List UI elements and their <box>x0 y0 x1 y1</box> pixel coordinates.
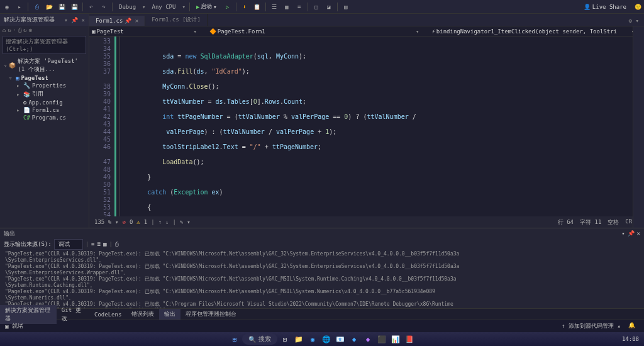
col-indicator[interactable]: 字符 11 <box>580 218 601 226</box>
config-dropdown[interactable]: Debug <box>116 3 138 11</box>
sync-icon[interactable]: ↻ <box>8 27 11 33</box>
toggle-icon[interactable]: ≣ <box>97 241 101 247</box>
tool-icon-2[interactable]: ☰ <box>270 3 279 11</box>
feedback-icon[interactable]: 🙂 <box>635 4 641 10</box>
platform-dropdown[interactable]: Any CPU <box>150 3 179 11</box>
tool-icon-4[interactable]: ≡ <box>295 3 304 11</box>
tab-output[interactable]: 输出 <box>159 309 180 320</box>
output-source-label: 显示输出来源(S): <box>4 240 52 248</box>
app-icon[interactable]: 📊 <box>389 333 402 345</box>
taskbar-search[interactable]: 🔍 搜索 <box>242 333 277 345</box>
start-button[interactable]: ⊞ <box>228 333 241 345</box>
ready-label: 就绪 <box>8 322 27 330</box>
tab-form1-design[interactable]: Form1.cs [设计] <box>145 14 208 26</box>
source-control-button[interactable]: ↑ 添加到源代码管理 ▴ <box>558 322 625 330</box>
solution-search-input[interactable]: 搜索解决方案资源管理器(Ctrl+;) <box>3 36 86 54</box>
clear-icon[interactable]: ≡ <box>91 241 94 247</box>
pin-icon[interactable]: 📌 <box>628 230 635 237</box>
editor-area: Form1.cs 📌 ✕ Form1.cs [设计] ⚙ ▾ ▣ PageTes… <box>89 14 644 228</box>
output-title: 输出 <box>4 230 15 238</box>
warning-icon[interactable]: ⚠ <box>136 219 140 225</box>
solution-root[interactable]: ▿📦 解决方案 'PageTest' (1 个项目... <box>1 57 87 74</box>
windows-taskbar: ⊞ 🔍 搜索 ⊡ 📁 ◉ 🌐 📧 ◆ ◆ ⬛ 📊 📕 14:08 <box>0 332 644 346</box>
pin-icon[interactable]: ▾ 📌 ✕ <box>64 17 85 23</box>
notification-icon[interactable]: 🔔 <box>625 322 639 330</box>
tool-icon-6[interactable]: ◪ <box>325 3 333 11</box>
edge-icon[interactable]: ◉ <box>306 333 319 345</box>
solution-header: 解决方案资源管理器 ▾ 📌 ✕ <box>0 14 89 26</box>
solution-explorer: 解决方案资源管理器 ▾ 📌 ✕ ⌂ ↻ · ⎙ ↻ ⚙ 搜索解决方案资源管理器(… <box>0 14 89 228</box>
appconfig-node[interactable]: ⚙ App.config <box>1 99 87 106</box>
save-all-icon[interactable]: 💾 <box>70 3 79 11</box>
refresh-icon[interactable]: ↻ <box>23 27 26 33</box>
arrow-down-icon[interactable]: ↓ <box>165 219 169 225</box>
bottom-tabs: 解决方案资源管理器 Git 更改 CodeLens 错误列表 输出 程序包管理器… <box>0 308 644 320</box>
tab-error-list[interactable]: 错误列表 <box>126 309 159 320</box>
start-button[interactable]: ▶ 启动 ▾ <box>194 2 219 11</box>
nav-class[interactable]: 🔶 PageTest.Form1▾ <box>209 28 419 35</box>
tool-icon[interactable]: ▦ <box>103 241 106 247</box>
nav-method[interactable]: ⚡ bindingNavigator1_ItemClicked(object s… <box>431 28 641 35</box>
vs-statusbar: ▣ 就绪 ↑ 添加到源代码管理 ▴ 🔔 <box>0 320 644 332</box>
project-node[interactable]: ▿▣ PageTest <box>1 74 87 82</box>
main-toolbar: ◉ ▸ ⎙ 📂 💾 💾 ↶ ↷ Debug ▾ Any CPU ▾ ▶ 启动 ▾… <box>0 0 644 14</box>
tab-git-changes[interactable]: Git 更改 <box>57 305 89 324</box>
vs-icon[interactable]: ◆ <box>362 333 374 345</box>
app-icon[interactable]: ⬛ <box>375 333 388 345</box>
nav-back-icon[interactable]: ◉ <box>3 3 11 11</box>
code-editor[interactable]: sda = new SqlDataAdapter(sql, MyConn); s… <box>114 36 644 216</box>
nav-project[interactable]: ▣ PageTest▾ <box>92 28 197 35</box>
close-icon[interactable]: 📌 ✕ <box>125 18 138 24</box>
redo-icon[interactable]: ↷ <box>99 3 108 11</box>
app-icon[interactable]: 📕 <box>403 333 416 345</box>
chrome-icon[interactable]: 🌐 <box>320 333 333 345</box>
editor-tabs: Form1.cs 📌 ✕ Form1.cs [设计] ⚙ ▾ <box>89 14 644 26</box>
output-body[interactable]: "PageTest.exe"(CLR v4.0.30319: PageTest.… <box>0 250 644 308</box>
tool-icon-7[interactable]: ▤ <box>341 3 350 11</box>
home-icon[interactable]: ⌂ <box>3 27 6 33</box>
tab-codelens[interactable]: CodeLens <box>89 310 126 319</box>
open-icon[interactable]: 📂 <box>45 3 53 11</box>
zoom-level[interactable]: 135 % <box>94 219 111 225</box>
line-indicator[interactable]: 行 64 <box>558 218 574 226</box>
nav-bar: ▣ PageTest▾ 🔶 PageTest.Form1▾ ⚡ bindingN… <box>89 26 644 36</box>
properties-node[interactable]: ▸🔧 Properties <box>1 82 87 89</box>
tool-icon-5[interactable]: ◫ <box>312 3 321 11</box>
clock[interactable]: 14:08 <box>622 336 639 342</box>
spaces-indicator[interactable]: 空格 <box>608 218 619 226</box>
dropdown-icon[interactable]: ▾ <box>621 230 625 237</box>
tool-icon[interactable]: ⎙ <box>115 241 118 247</box>
tab-solution-explorer[interactable]: 解决方案资源管理器 <box>0 305 57 324</box>
close-icon[interactable]: ✕ <box>637 230 640 237</box>
step-icon[interactable]: ⬇ <box>240 3 249 11</box>
vscode-icon[interactable]: ◆ <box>348 333 360 345</box>
tool-icon-1[interactable]: 📋 <box>253 3 262 11</box>
toolbox-sidebar[interactable] <box>633 26 644 228</box>
tab-form1cs[interactable]: Form1.cs 📌 ✕ <box>89 16 145 26</box>
filter-icon[interactable]: ⚙ <box>29 27 32 33</box>
task-view-icon[interactable]: ⊡ <box>279 333 291 345</box>
program-node[interactable]: C# Program.cs <box>1 114 87 121</box>
undo-icon[interactable]: ↶ <box>87 3 96 11</box>
arrow-up-icon[interactable]: ↑ <box>158 219 162 225</box>
tool-icon[interactable]: ⎙ <box>18 27 21 33</box>
refs-node[interactable]: ▸📚 引用 <box>1 89 87 99</box>
solution-toolbar: ⌂ ↻ · ⎙ ↻ ⚙ <box>0 26 89 35</box>
nav-fwd-icon[interactable]: ▸ <box>15 3 24 11</box>
line-gutter: 333435 3637 383940 414243 444546 4748 49… <box>89 36 114 216</box>
tab-pkg-mgr[interactable]: 程序包管理器控制台 <box>180 309 242 320</box>
start-noDebug-icon[interactable]: ▷ <box>223 3 232 11</box>
new-icon[interactable]: ⎙ <box>32 3 41 11</box>
tool-icon[interactable]: ⚙ ▾ <box>624 16 644 26</box>
error-icon[interactable]: ⊘ <box>123 219 126 225</box>
app-icon[interactable]: 📁 <box>292 333 305 345</box>
tool-icon-3[interactable]: ▦ <box>282 3 291 11</box>
output-source-dropdown[interactable]: 调试 <box>54 239 83 250</box>
app-icon[interactable]: 📧 <box>334 333 347 345</box>
live-share-button[interactable]: 👤 Live Share 🙂 <box>584 4 641 10</box>
editor-statusbar: 135 % ▾ ⊘0 ⚠1 | ↑ ↓ | ✎ ▾ 行 64 字符 11 空格 … <box>89 216 644 228</box>
output-panel: 输出 ▾📌✕ 显示输出来源(S): 调试 | ≡ ≣ ▦ | ⎙ "PageTe… <box>0 228 644 320</box>
save-icon[interactable]: 💾 <box>57 3 66 11</box>
tool-icon[interactable]: ✎ <box>180 219 183 225</box>
form1-node[interactable]: ▸📄 Form1.cs <box>1 106 87 114</box>
